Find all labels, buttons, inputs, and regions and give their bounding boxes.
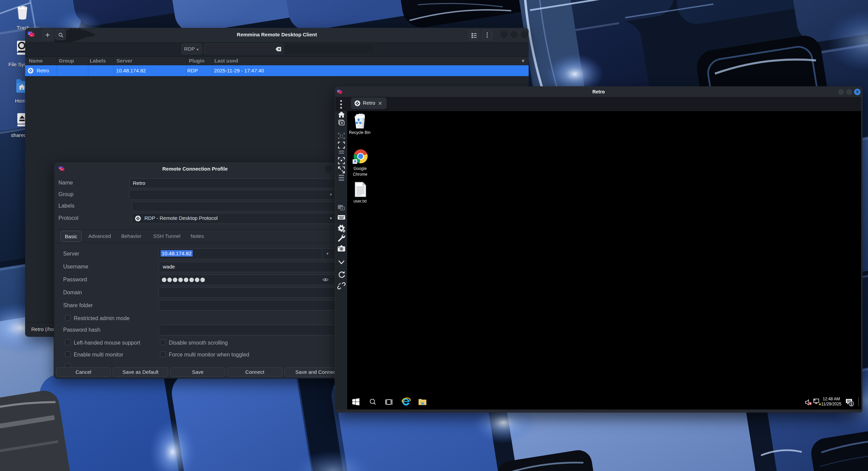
svg-text:1: 1 bbox=[850, 402, 853, 406]
